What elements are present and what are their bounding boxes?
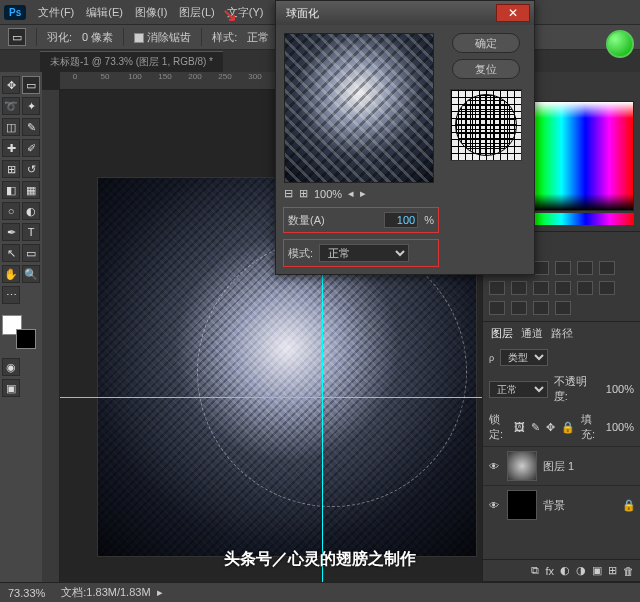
layer-name[interactable]: 图层 1 [543, 459, 574, 474]
annotation-arrow: ↘ [222, 4, 237, 26]
edit-toolbar[interactable]: ⋯ [2, 286, 20, 304]
style-label: 样式: [212, 30, 237, 45]
adj-icon[interactable] [533, 261, 549, 275]
opacity-label: 不透明度: [554, 374, 600, 404]
eraser-tool[interactable]: ◧ [2, 181, 20, 199]
type-tool[interactable]: T [22, 223, 40, 241]
tools-panel: ✥▭ ➰✦ ◫✎ ✚✐ ⊞↺ ◧▦ ○◐ ✒T ↖▭ ✋🔍 ⋯ ◉ ▣ [0, 72, 42, 582]
hand-tool[interactable]: ✋ [2, 265, 20, 283]
pen-tool[interactable]: ✒ [2, 223, 20, 241]
opacity-value[interactable]: 100% [606, 383, 634, 395]
zoom-display[interactable]: 73.33% [8, 587, 45, 599]
lock-icon[interactable]: 🔒 [561, 421, 575, 434]
feather-value[interactable]: 0 像素 [82, 30, 113, 45]
mode-select[interactable]: 正常 [319, 244, 409, 262]
adj-icon[interactable] [533, 281, 549, 295]
blur-tool[interactable]: ○ [2, 202, 20, 220]
mode-label: 模式: [288, 246, 313, 261]
lock-label: 锁定: [489, 412, 508, 442]
filesize-display: 文档:1.83M/1.83M [61, 585, 150, 600]
zoom-tool[interactable]: 🔍 [22, 265, 40, 283]
lock-icon[interactable]: 🖼 [514, 421, 525, 433]
amount-unit: % [424, 214, 434, 226]
adj-icon[interactable] [599, 261, 615, 275]
spherize-grid-icon [450, 89, 522, 161]
adj-icon[interactable] [533, 301, 549, 315]
adj-icon[interactable] [577, 261, 593, 275]
watermark-text: 头条号／心灵的翅膀之制作 [0, 549, 640, 570]
amount-input[interactable] [384, 212, 418, 228]
marquee-tool[interactable]: ▭ [22, 76, 40, 94]
menu-file[interactable]: 文件(F) [32, 5, 80, 20]
adj-icon[interactable] [489, 281, 505, 295]
history-brush-tool[interactable]: ↺ [22, 160, 40, 178]
screenmode-toggle[interactable]: ▣ [2, 379, 20, 397]
feather-label: 羽化: [47, 30, 72, 45]
layer-thumbnail[interactable] [507, 490, 537, 520]
crop-tool[interactable]: ◫ [2, 118, 20, 136]
stamp-tool[interactable]: ⊞ [2, 160, 20, 178]
heal-tool[interactable]: ✚ [2, 139, 20, 157]
tab-layers[interactable]: 图层 [491, 326, 513, 341]
style-value[interactable]: 正常 [247, 30, 269, 45]
layer-thumbnail[interactable] [507, 451, 537, 481]
wand-tool[interactable]: ✦ [22, 97, 40, 115]
adj-icon[interactable] [511, 301, 527, 315]
blend-mode-select[interactable]: 正常 [489, 381, 548, 398]
ruler-vertical[interactable] [42, 90, 60, 582]
menu-layer[interactable]: 图层(L) [173, 5, 220, 20]
background-swatch[interactable] [16, 329, 36, 349]
tool-preset-icon[interactable]: ▭ [8, 28, 26, 46]
layer-item[interactable]: 👁 图层 1 [483, 446, 640, 485]
chevron-right-icon[interactable]: ▸ [157, 586, 163, 599]
adj-icon[interactable] [511, 281, 527, 295]
menu-edit[interactable]: 编辑(E) [80, 5, 129, 20]
status-bar: 73.33% 文档:1.83M/1.83M ▸ [0, 582, 640, 602]
lock-icon[interactable]: ✎ [531, 421, 540, 434]
dialog-titlebar[interactable]: 球面化 ✕ [276, 1, 534, 25]
dodge-tool[interactable]: ◐ [22, 202, 40, 220]
zoom-out-icon[interactable]: ⊟ [284, 187, 293, 200]
adj-icon[interactable] [599, 281, 615, 295]
share-button[interactable] [606, 30, 634, 58]
zoom-in-icon[interactable]: ⊞ [299, 187, 308, 200]
visibility-icon[interactable]: 👁 [487, 461, 501, 472]
visibility-icon[interactable]: 👁 [487, 500, 501, 511]
adj-icon[interactable] [555, 261, 571, 275]
path-tool[interactable]: ↖ [2, 244, 20, 262]
move-tool[interactable]: ✥ [2, 76, 20, 94]
tab-channels[interactable]: 通道 [521, 326, 543, 341]
menu-image[interactable]: 图像(I) [129, 5, 173, 20]
prev-icon[interactable]: ◂ [348, 187, 354, 200]
adj-icon[interactable] [489, 301, 505, 315]
tab-paths[interactable]: 路径 [551, 326, 573, 341]
amount-label: 数量(A) [288, 213, 325, 228]
filter-preview[interactable] [284, 33, 434, 183]
layer-item[interactable]: 👁 背景 🔒 [483, 485, 640, 524]
ok-button[interactable]: 确定 [452, 33, 520, 53]
adj-icon[interactable] [555, 281, 571, 295]
gradient-tool[interactable]: ▦ [22, 181, 40, 199]
quickmask-toggle[interactable]: ◉ [2, 358, 20, 376]
brush-tool[interactable]: ✐ [22, 139, 40, 157]
fill-label: 填充: [581, 412, 600, 442]
antialias-checkbox[interactable] [134, 33, 144, 43]
layer-filter-select[interactable]: 类型 [500, 349, 548, 366]
adj-icon[interactable] [555, 301, 571, 315]
eyedropper-tool[interactable]: ✎ [22, 118, 40, 136]
app-logo: Ps [4, 5, 26, 20]
document-tab[interactable]: 未标题-1 @ 73.3% (图层 1, RGB/8) * [40, 51, 223, 72]
color-swatches[interactable] [2, 315, 36, 349]
lasso-tool[interactable]: ➰ [2, 97, 20, 115]
next-icon[interactable]: ▸ [360, 187, 366, 200]
lock-icon[interactable]: ✥ [546, 421, 555, 434]
reset-button[interactable]: 复位 [452, 59, 520, 79]
close-icon[interactable]: ✕ [496, 4, 530, 22]
shape-tool[interactable]: ▭ [22, 244, 40, 262]
layer-name[interactable]: 背景 [543, 498, 565, 513]
adj-icon[interactable] [577, 281, 593, 295]
selection-marquee [197, 237, 467, 507]
fill-value[interactable]: 100% [606, 421, 634, 433]
spherize-dialog: 球面化 ✕ ⊟ ⊞ 100% ◂ ▸ 数量(A) % 模式: 正常 [275, 0, 535, 275]
preview-zoom[interactable]: 100% [314, 188, 342, 200]
